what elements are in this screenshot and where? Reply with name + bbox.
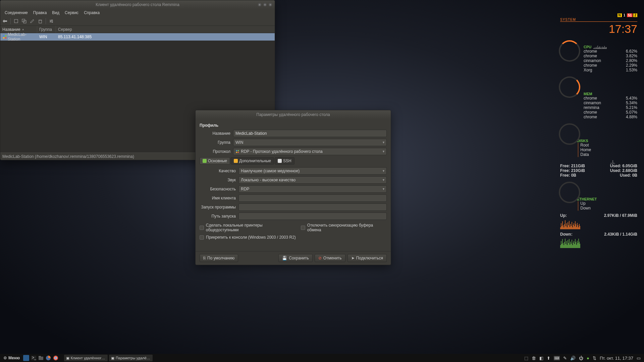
net-down-graph bbox=[560, 238, 637, 248]
tray-shield-icon[interactable]: ● bbox=[587, 356, 589, 361]
cpu-proc: chrome2.29% bbox=[584, 63, 637, 68]
cpu-graph bbox=[593, 44, 637, 49]
system-monitor-widget: N 1 51 2 SYSTEM 17:37 CPU chrome6.62% ch… bbox=[560, 13, 637, 248]
tab-advanced[interactable]: Дополнительные bbox=[231, 157, 274, 165]
main-titlebar[interactable]: Клиент удалённого рабочего стола Remmina… bbox=[0, 0, 275, 9]
tab-ssh-icon bbox=[278, 159, 282, 163]
check-console[interactable] bbox=[200, 235, 204, 240]
cancel-icon: ⊘ bbox=[318, 256, 322, 260]
svg-rect-3 bbox=[39, 20, 42, 23]
label-check-printers: Сделать локальные принтеры общедоступным… bbox=[206, 223, 295, 232]
tray-arrow-icon[interactable]: ⬆ bbox=[547, 356, 550, 361]
input-clientname[interactable] bbox=[238, 194, 387, 202]
rdp-icon bbox=[235, 149, 239, 154]
toolbar-new-icon[interactable] bbox=[13, 18, 19, 24]
system-header: SYSTEM bbox=[560, 18, 576, 21]
start-menu-label: Меню bbox=[8, 356, 20, 360]
default-icon: ⎘ bbox=[203, 256, 206, 260]
menu-connection[interactable]: Соединение bbox=[2, 10, 30, 16]
task-remmina-prefs[interactable]: ▣Параметры удалён... bbox=[109, 355, 153, 361]
input-name[interactable] bbox=[233, 130, 387, 137]
connect-button[interactable]: ➤Подключиться bbox=[347, 254, 387, 262]
mem-ring-icon bbox=[559, 76, 580, 98]
toolbar-copy-icon[interactable] bbox=[21, 18, 28, 24]
tray-power-icon[interactable]: ⏻ bbox=[579, 356, 583, 361]
tab-ssh[interactable]: SSH bbox=[275, 157, 294, 165]
tray-trash-icon[interactable]: 🗑 bbox=[532, 356, 536, 361]
cancel-button[interactable]: ⊘Отменить bbox=[315, 254, 345, 262]
tray-volume-icon[interactable]: 🔊 bbox=[570, 356, 576, 361]
terminal-launcher-icon[interactable]: >_ bbox=[31, 355, 37, 361]
disk-ring-icon bbox=[559, 123, 580, 145]
input-startpath[interactable] bbox=[238, 213, 387, 220]
menu-view[interactable]: Вид bbox=[50, 10, 62, 16]
minimize-icon[interactable]: ● bbox=[258, 3, 261, 6]
combo-group[interactable]: WIN▼ bbox=[233, 139, 387, 146]
label-quality: Качество bbox=[200, 169, 236, 173]
connection-row[interactable]: MedicLab-Station WIN 85.113.41.148:385 bbox=[0, 33, 275, 41]
dialog-button-row: ⎘По умолчанию 💾Сохранить ⊘Отменить ➤Подк… bbox=[196, 251, 391, 265]
maximize-icon[interactable]: ● bbox=[263, 3, 267, 6]
save-button[interactable]: 💾Сохранить bbox=[278, 254, 313, 262]
menu-help[interactable]: Справка bbox=[82, 10, 102, 16]
menu-edit[interactable]: Правка bbox=[31, 10, 49, 16]
tray-workspace-icon[interactable]: ⬚ bbox=[524, 356, 528, 361]
task-remmina-main[interactable]: ▣Клиент удалённого ... bbox=[64, 355, 108, 361]
files-launcher-icon[interactable] bbox=[38, 355, 44, 361]
svg-point-17 bbox=[236, 152, 237, 153]
check-clipboard[interactable] bbox=[301, 226, 305, 230]
toolbar-connect-icon[interactable] bbox=[2, 18, 8, 24]
tray-pencil-icon[interactable]: ✎ bbox=[563, 356, 567, 361]
combo-quality[interactable]: Наилучшее (самое медленное)▼ bbox=[238, 167, 387, 175]
badge: 2 bbox=[633, 13, 637, 17]
panel-clock[interactable]: Пт. окт. 11, 17:37 bbox=[600, 356, 633, 361]
combo-security[interactable]: RDP▼ bbox=[238, 185, 387, 193]
mem-proc: chrome5.43% bbox=[584, 96, 637, 101]
label-check-clipboard: Отключить синхронизацию буфера обмена bbox=[307, 223, 387, 232]
col-name[interactable]: Название▲ bbox=[0, 26, 37, 33]
disks-label: DISKS bbox=[577, 139, 637, 143]
col-server[interactable]: Сервер bbox=[56, 26, 275, 33]
svg-rect-0 bbox=[14, 19, 18, 23]
tab-basic[interactable]: Основные bbox=[200, 157, 230, 165]
close-icon[interactable]: ● bbox=[269, 3, 272, 6]
combo-sound[interactable]: Локально - высокое качество▼ bbox=[238, 176, 387, 184]
svg-point-13 bbox=[3, 37, 5, 39]
notification-badges: N 1 51 2 bbox=[560, 13, 637, 17]
tray-network-icon[interactable]: ⇅ bbox=[593, 356, 596, 361]
cpu-proc: Xorg1.53% bbox=[584, 68, 637, 72]
label-security: Безопасность bbox=[200, 187, 236, 191]
cpu-ring-icon bbox=[559, 40, 580, 62]
dialog-titlebar[interactable]: Параметры удалённого рабочего стола bbox=[196, 110, 391, 119]
start-menu-button[interactable]: ⚙ Меню bbox=[1, 354, 22, 362]
remmina-icon: ▣ bbox=[66, 356, 69, 360]
combo-protocol[interactable]: RDP - Протокол удалённого рабочего стола… bbox=[233, 148, 387, 155]
tray-session-icon[interactable]: ▭ bbox=[637, 356, 641, 361]
toolbar bbox=[0, 16, 275, 26]
badge: 1 bbox=[623, 13, 627, 17]
col-group[interactable]: Группа bbox=[37, 26, 56, 33]
check-printers[interactable] bbox=[200, 226, 204, 230]
chrome-launcher-icon[interactable] bbox=[53, 355, 59, 361]
main-window-title: Клиент удалённого рабочего стола Remmina bbox=[0, 2, 275, 7]
input-startprog[interactable] bbox=[238, 203, 387, 211]
gear-icon: ⚙ bbox=[3, 356, 7, 360]
chevron-down-icon: ▼ bbox=[382, 141, 385, 144]
svg-text:>_: >_ bbox=[32, 356, 36, 360]
disk-graph bbox=[610, 158, 637, 164]
svg-point-12 bbox=[5, 35, 7, 37]
show-desktop-icon[interactable] bbox=[23, 355, 29, 361]
taskbar: ⚙ Меню >_ ▣Клиент удалённого ... ▣Параме… bbox=[0, 354, 644, 362]
label-sound: Звук bbox=[200, 178, 236, 182]
toolbar-edit-icon[interactable] bbox=[29, 18, 36, 24]
label-name: Название bbox=[200, 131, 230, 136]
tray-updates-icon[interactable]: ◧ bbox=[539, 356, 543, 361]
menu-service[interactable]: Сервис bbox=[62, 10, 81, 16]
ethernet-label: ETHERNET bbox=[577, 197, 637, 201]
firefox-launcher-icon[interactable] bbox=[45, 355, 51, 361]
svg-point-15 bbox=[236, 150, 237, 152]
toolbar-prefs-icon[interactable] bbox=[48, 18, 55, 24]
default-button[interactable]: ⎘По умолчанию bbox=[200, 254, 238, 262]
toolbar-delete-icon[interactable] bbox=[37, 18, 44, 24]
tray-keyboard-icon[interactable]: ⌨ bbox=[554, 356, 560, 360]
